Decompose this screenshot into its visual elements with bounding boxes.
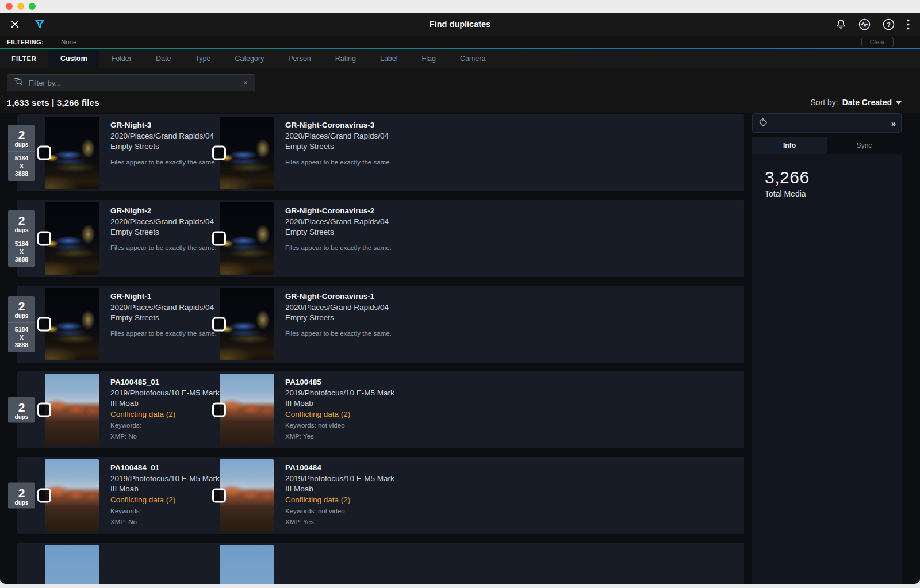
item-metadata: XMP: No [110,517,220,527]
photo-thumbnail[interactable] [220,374,274,446]
duplicate-set-row[interactable]: 2dupsPA100484_012019/Photofocus/10 E-M5 … [17,457,744,534]
duplicate-item[interactable]: GR-Night-Coronavirus-22020/Places/Grand … [220,200,394,277]
total-media-label: Total Media [765,189,889,198]
conflict-link[interactable]: Conflicting data (2) [285,494,394,506]
sidebar-tab-sync[interactable]: Sync [827,137,902,154]
content-region: 2dups5184X3888GR-Night-32020/Places/Gran… [0,113,920,584]
clear-input-icon[interactable]: × [242,78,249,87]
item-description: Files appear to be exactly the same. [110,330,220,337]
photo-thumbnail[interactable] [220,117,274,189]
duplicate-item[interactable]: GR-Night-32020/Places/Grand Rapids/04 Em… [45,114,220,191]
minimize-window-button[interactable] [17,3,24,10]
item-metadata: XMP: Yes [285,517,394,527]
tab-rating[interactable]: Rating [323,49,368,68]
item-description: Files appear to be exactly the same. [285,330,394,337]
item-checkbox[interactable] [37,146,51,160]
duplicate-set-row[interactable]: 2dups5184X3888GR-Night-32020/Places/Gran… [17,114,744,191]
sidebar-tab-info[interactable]: Info [752,137,827,154]
search-placeholder: Filter by... [29,79,237,87]
duplicate-item[interactable] [45,543,220,584]
item-checkbox[interactable] [212,403,226,417]
item-checkbox[interactable] [212,489,226,503]
duplicate-item[interactable] [220,543,394,584]
item-checkbox[interactable] [37,232,51,246]
dup-dimensions: 5184X3888 [8,322,35,349]
zoom-window-button[interactable] [29,3,36,10]
dup-count: 2 [8,487,35,499]
item-checkbox[interactable] [37,403,51,417]
app-window: Find duplicates ? FILTERING: None Cle [0,0,920,584]
tab-category[interactable]: Category [223,49,276,68]
item-checkbox[interactable] [212,232,226,246]
photo-thumbnail[interactable] [45,288,99,360]
tab-type[interactable]: Type [183,49,223,68]
tab-date[interactable]: Date [144,49,183,68]
dup-dimensions: 5184X3888 [8,237,35,264]
close-window-button[interactable] [6,3,13,10]
photo-thumbnail[interactable] [220,545,274,584]
conflict-link[interactable]: Conflicting data (2) [110,494,220,506]
duplicate-set-row[interactable]: 2dupsPA100485_012019/Photofocus/10 E-M5 … [17,371,744,448]
activity-icon[interactable] [858,18,871,30]
photo-thumbnail[interactable] [45,545,99,584]
item-path: 2020/Places/Grand Rapids/04 Empty Street… [110,217,220,237]
photo-thumbnail[interactable] [220,288,274,360]
conflict-link[interactable]: Conflicting data (2) [110,409,220,420]
duplicate-set-row[interactable]: 2dups5184X3888GR-Night-12020/Places/Gran… [17,286,744,363]
search-filter-icon [13,76,24,89]
duplicate-set-row[interactable] [17,543,744,584]
dup-dimension-line: 3888 [8,341,35,349]
dup-count-badge: 2dups5184X3888 [8,125,35,181]
sort-dropdown[interactable]: Sort by: Date Created [810,98,902,107]
header-bar: Find duplicates ? [0,13,920,36]
photo-thumbnail[interactable] [220,459,274,532]
item-details: GR-Night-32020/Places/Grand Rapids/04 Em… [110,117,220,166]
tab-flag[interactable]: Flag [410,49,448,68]
conflict-link[interactable]: Conflicting data (2) [285,409,394,420]
page-title: Find duplicates [0,20,920,29]
kebab-menu-icon[interactable] [907,19,910,30]
bell-icon[interactable] [835,18,846,30]
item-checkbox[interactable] [37,489,51,503]
item-checkbox[interactable] [212,146,226,160]
photo-thumbnail[interactable] [220,202,274,275]
duplicate-item[interactable]: PA100484_012019/Photofocus/10 E-M5 Mark … [45,457,220,534]
item-checkbox[interactable] [37,317,51,332]
dup-dimension-line: X [8,334,35,342]
duplicate-item[interactable]: GR-Night-Coronavirus-32020/Places/Grand … [220,114,394,191]
tab-folder[interactable]: Folder [99,49,144,68]
photo-thumbnail[interactable] [45,459,99,532]
item-path: 2019/Photofocus/10 E-M5 Mark III Moab [285,388,394,409]
filter-search-input[interactable]: Filter by... × [7,74,255,91]
dup-count-unit: dups [8,227,35,233]
item-title: PA100485_01 [110,376,220,388]
photo-thumbnail[interactable] [45,202,99,275]
item-description: Files appear to be exactly the same. [285,244,394,251]
duplicate-item[interactable]: PA1004852019/Photofocus/10 E-M5 Mark III… [220,371,394,448]
filter-funnel-icon[interactable] [34,19,45,29]
duplicate-item[interactable]: PA100485_012019/Photofocus/10 E-M5 Mark … [45,371,220,448]
photo-thumbnail[interactable] [45,117,99,189]
tab-label[interactable]: Label [368,49,410,68]
help-icon[interactable]: ? [883,18,895,30]
tag-icon[interactable] [758,117,769,129]
duplicate-set-row[interactable]: 2dups5184X3888GR-Night-22020/Places/Gran… [17,200,744,277]
duplicate-item[interactable]: GR-Night-22020/Places/Grand Rapids/04 Em… [45,200,220,277]
clear-filter-button[interactable]: Clear [861,37,894,47]
duplicate-item[interactable]: GR-Night-Coronavirus-12020/Places/Grand … [220,286,394,363]
photo-thumbnail[interactable] [45,374,99,446]
item-title: PA100485 [285,376,394,388]
tab-person[interactable]: Person [276,49,323,68]
tab-custom[interactable]: Custom [48,49,99,68]
duplicate-item[interactable]: PA1004842019/Photofocus/10 E-M5 Mark III… [220,457,394,534]
dup-count: 2 [8,401,35,413]
duplicate-item[interactable]: GR-Night-12020/Places/Grand Rapids/04 Em… [45,286,220,363]
dup-count-badge: 2dups5184X3888 [8,296,35,352]
sidebar-body: 3,266 Total Media [752,154,902,584]
tab-camera[interactable]: Camera [448,49,497,68]
results-summary: 1,633 sets | 3,266 files [7,98,99,107]
filter-section-label: FILTER [0,49,48,68]
collapse-sidebar-icon[interactable]: » [891,118,895,128]
item-checkbox[interactable] [212,317,226,332]
close-icon[interactable] [10,20,20,29]
